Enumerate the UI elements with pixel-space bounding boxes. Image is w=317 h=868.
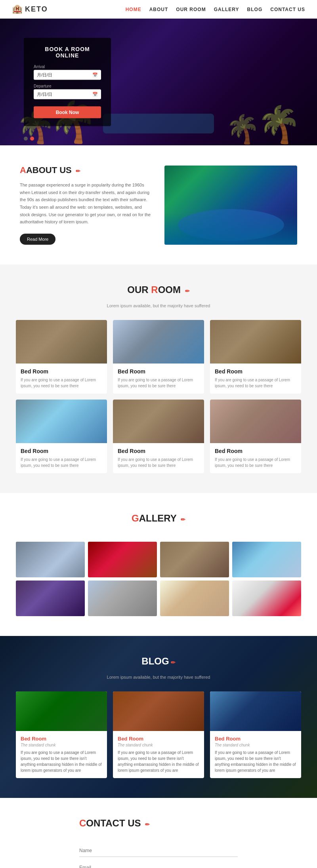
room-text-2: If you are going to use a passage of Lor… — [118, 377, 199, 389]
contact-form: SEND — [79, 845, 238, 868]
blog-title-1: Bed Room — [21, 736, 102, 742]
pool-area — [103, 114, 214, 133]
gallery-section: GALLERY — [0, 493, 317, 636]
nav-item-our-room[interactable]: OUR ROOM — [176, 6, 206, 13]
blog-card-2: Bed Room The standard chunk If you are g… — [113, 691, 204, 778]
about-image-placeholder — [164, 166, 297, 245]
nav-item-blog[interactable]: BLOG — [247, 6, 263, 13]
about-content: AABOUT US The passage experienced a surg… — [20, 165, 153, 245]
blog-grid: Bed Room The standard chunk If you are g… — [16, 691, 301, 778]
room-image-5 — [113, 400, 204, 443]
nav-item-contact[interactable]: CONTACT US — [270, 6, 305, 13]
room-title-5: Bed Room — [118, 448, 199, 454]
blog-title-2: Bed Room — [118, 736, 199, 742]
gallery-img-6[interactable] — [88, 581, 157, 616]
room-image-2 — [113, 320, 204, 364]
rooms-grid: Bed Room If you are going to use a passa… — [16, 320, 301, 473]
booking-form: BOOK A ROOM ONLINE Arrival 月/日/日 📅 Depar… — [24, 38, 111, 126]
about-title: AABOUT US — [20, 165, 80, 175]
blog-subtitle-2: The standard chunk — [118, 743, 199, 747]
gallery-img-7[interactable] — [160, 581, 229, 616]
arrival-group: Arrival 月/日/日 📅 — [34, 65, 101, 80]
book-now-button[interactable]: Book Now — [34, 107, 101, 118]
room-card-6: Bed Room If you are going to use a passa… — [210, 400, 301, 473]
about-text: The passage experienced a surge in popul… — [20, 181, 153, 226]
room-card-body-6: Bed Room If you are going to use a passa… — [210, 443, 301, 473]
room-text-3: If you are going to use a passage of Lor… — [215, 377, 296, 389]
logo[interactable]: 🏨 KETO — [12, 4, 48, 14]
room-card-body-2: Bed Room If you are going to use a passa… — [113, 364, 204, 394]
gallery-img-1[interactable] — [16, 542, 85, 577]
blog-header: BLOG Lorem ipsum available, but the majo… — [16, 656, 301, 680]
blog-subtitle-1: The standard chunk — [21, 743, 102, 747]
contact-section: CONTACT US SEND — [0, 798, 317, 868]
blog-card-3: Bed Room The standard chunk If you are g… — [210, 691, 301, 778]
email-input[interactable] — [79, 862, 238, 868]
pool-shape — [178, 209, 284, 241]
room-title-3: Bed Room — [215, 368, 296, 375]
calendar-icon[interactable]: 📅 — [92, 72, 98, 78]
room-image-6 — [210, 400, 301, 443]
blog-card-body-2: Bed Room The standard chunk If you are g… — [113, 731, 204, 778]
gallery-title: GALLERY — [132, 513, 185, 524]
booking-title: BOOK A ROOM ONLINE — [34, 46, 101, 59]
our-room-title: OUR ROOM — [127, 284, 189, 295]
our-room-subtitle: Lorem ipsum available, but the majority … — [16, 303, 301, 308]
logo-icon: 🏨 — [12, 4, 23, 14]
nav-item-about[interactable]: ABOUT — [149, 6, 168, 13]
nav-menu: HOME ABOUT OUR ROOM GALLERY BLOG CONTACT… — [126, 6, 305, 13]
blog-subtitle-3: The standard chunk — [215, 743, 296, 747]
contact-title: CONTACT US — [79, 818, 150, 829]
nav-item-gallery[interactable]: GALLERY — [214, 6, 239, 13]
gallery-img-8[interactable] — [232, 581, 301, 616]
departure-input[interactable]: 月/日/日 📅 — [34, 89, 101, 99]
room-image-3 — [210, 320, 301, 364]
departure-group: Departure 月/日/日 📅 — [34, 84, 101, 99]
blog-subtitle: Lorem ipsum available, but the majority … — [16, 675, 301, 680]
gallery-img-5[interactable] — [16, 581, 85, 616]
name-input[interactable] — [79, 845, 238, 857]
room-card-body-3: Bed Room If you are going to use a passa… — [210, 364, 301, 394]
about-image — [164, 166, 297, 245]
blog-title: BLOG — [141, 656, 175, 667]
blog-card-1: Bed Room The standard chunk If you are g… — [16, 691, 107, 778]
blog-image-3 — [210, 691, 301, 731]
room-title-4: Bed Room — [21, 448, 102, 454]
about-section: AABOUT US The passage experienced a surg… — [0, 145, 317, 265]
arrival-input[interactable]: 月/日/日 📅 — [34, 70, 101, 80]
read-more-button[interactable]: Read More — [20, 234, 55, 245]
room-image-1 — [16, 320, 107, 364]
room-title-6: Bed Room — [215, 448, 296, 454]
room-card-body-5: Bed Room If you are going to use a passa… — [113, 443, 204, 473]
room-card-2: Bed Room If you are going to use a passa… — [113, 320, 204, 394]
room-card-3: Bed Room If you are going to use a passa… — [210, 320, 301, 394]
navbar: 🏨 KETO HOME ABOUT OUR ROOM GALLERY BLOG … — [0, 0, 317, 19]
arrival-label: Arrival — [34, 65, 101, 69]
blog-card-body-1: Bed Room The standard chunk If you are g… — [16, 731, 107, 778]
logo-text: KETO — [25, 5, 48, 13]
palm-tree-right2: 🌴 — [225, 113, 260, 145]
blog-image-2 — [113, 691, 204, 731]
our-room-section: OUR ROOM Lorem ipsum available, but the … — [0, 265, 317, 493]
blog-title-3: Bed Room — [215, 736, 296, 742]
blog-image-1 — [16, 691, 107, 731]
arrival-value: 月/日/日 — [37, 72, 52, 78]
blog-text-2: If you are going to use a passage of Lor… — [118, 750, 199, 773]
room-card-body-1: Bed Room If you are going to use a passa… — [16, 364, 107, 394]
gallery-img-2[interactable] — [88, 542, 157, 577]
calendar-icon-2[interactable]: 📅 — [92, 92, 98, 97]
departure-value: 月/日/日 — [37, 91, 52, 97]
gallery-header: GALLERY — [16, 513, 301, 530]
room-image-4 — [16, 400, 107, 443]
room-card-1: Bed Room If you are going to use a passa… — [16, 320, 107, 394]
room-text-5: If you are going to use a passage of Lor… — [118, 457, 199, 468]
gallery-img-3[interactable] — [160, 542, 229, 577]
nav-item-home[interactable]: HOME — [126, 6, 141, 13]
room-title-2: Bed Room — [118, 368, 199, 375]
contact-header: CONTACT US — [79, 818, 238, 835]
room-card-body-4: Bed Room If you are going to use a passa… — [16, 443, 107, 473]
palm-tree-right: 🌴 — [257, 104, 301, 145]
gallery-img-4[interactable] — [232, 542, 301, 577]
room-title-1: Bed Room — [21, 368, 102, 375]
departure-label: Departure — [34, 84, 101, 88]
